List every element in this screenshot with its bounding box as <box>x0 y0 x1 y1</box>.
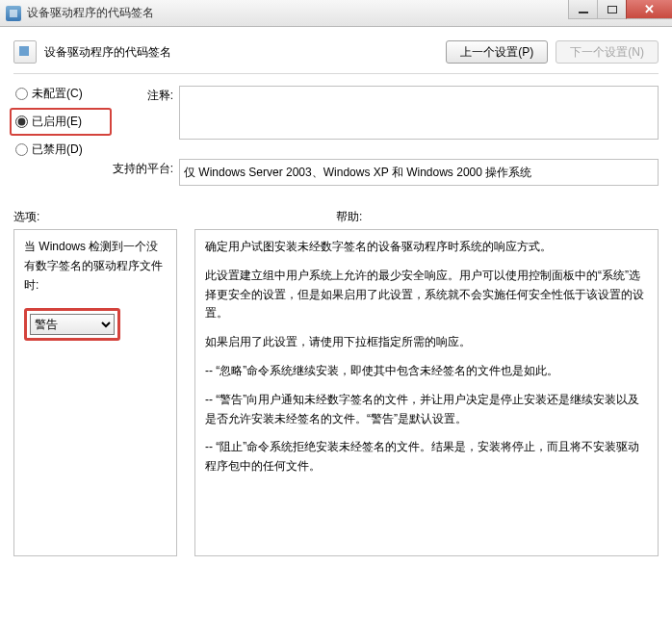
help-p2: 此设置建立组中用户系统上允许的最少安全响应。用户可以使用控制面板中的“系统”选择… <box>205 267 648 323</box>
help-p5: -- “警告”向用户通知未经数字签名的文件，并让用户决定是停止安装还是继续安装以… <box>205 391 648 429</box>
help-p1: 确定用户试图安装未经数字签名的设备驱动程序时系统的响应方式。 <box>205 238 648 257</box>
platform-field <box>179 159 659 186</box>
header-title: 设备驱动程序的代码签名 <box>44 44 171 61</box>
options-panel: 当 Windows 检测到一个没有数字签名的驱动程序文件时: 警告 <box>13 229 177 556</box>
signing-action-select[interactable]: 警告 <box>30 314 115 335</box>
help-p3: 如果启用了此设置，请使用下拉框指定所需的响应。 <box>205 333 648 352</box>
options-section-label: 选项: <box>13 210 39 223</box>
radio-unconfigured[interactable]: 未配置(C) <box>13 86 106 102</box>
prev-setting-button[interactable]: 上一个设置(P) <box>446 40 548 64</box>
next-setting-button[interactable]: 下一个设置(N) <box>556 40 659 64</box>
help-panel: 确定用户试图安装未经数字签名的设备驱动程序时系统的响应方式。 此设置建立组中用户… <box>194 229 659 556</box>
maximize-button[interactable] <box>597 0 626 19</box>
radio-disabled-label: 已禁用(D) <box>32 141 83 158</box>
radio-enabled[interactable]: 已启用(E) <box>13 114 104 130</box>
window-title: 设备驱动程序的代码签名 <box>27 5 154 21</box>
radio-enabled-label: 已启用(E) <box>32 114 82 130</box>
minimize-button[interactable] <box>568 0 597 19</box>
title-bar: 设备驱动程序的代码签名 ✕ <box>0 0 672 27</box>
app-icon <box>6 6 21 21</box>
radio-disabled[interactable]: 已禁用(D) <box>13 141 106 158</box>
close-button[interactable]: ✕ <box>626 0 672 19</box>
policy-icon <box>13 40 37 64</box>
options-description: 当 Windows 检测到一个没有数字签名的驱动程序文件时: <box>24 238 167 295</box>
help-section-label: 帮助: <box>336 210 362 223</box>
help-p6: -- “阻止”命令系统拒绝安装未经签名的文件。结果是，安装将停止，而且将不安装驱… <box>205 438 648 476</box>
platform-label: 支持的平台: <box>106 159 179 186</box>
radio-unconfigured-label: 未配置(C) <box>32 86 83 102</box>
header-row: 设备驱动程序的代码签名 上一个设置(P) 下一个设置(N) <box>13 35 659 74</box>
state-radio-group: 未配置(C) 已启用(E) 已禁用(D) <box>13 86 106 195</box>
notes-textarea[interactable] <box>179 86 659 140</box>
help-p4: -- “忽略”命令系统继续安装，即使其中包含未经签名的文件也是如此。 <box>205 362 648 381</box>
notes-label: 注释: <box>106 86 179 140</box>
